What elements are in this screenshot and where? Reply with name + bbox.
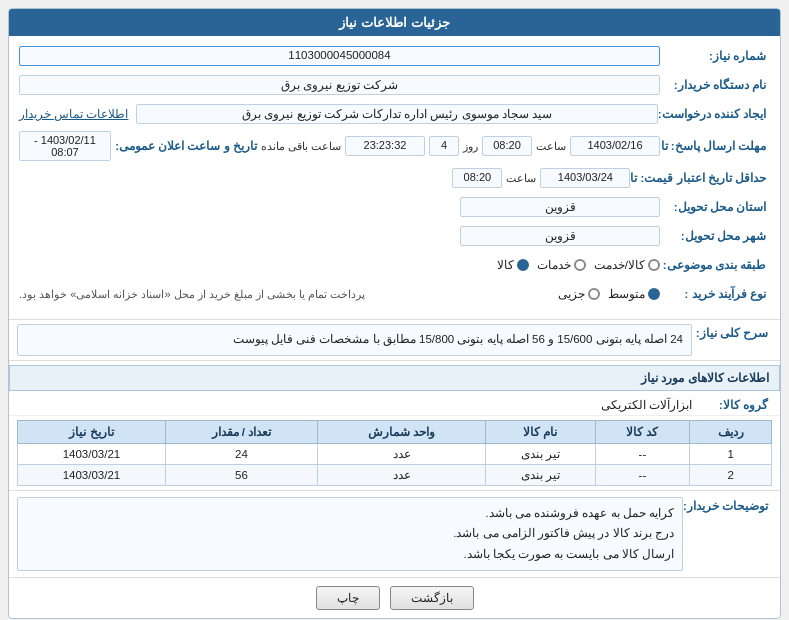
tarikh-saat-label: تاریخ و ساعت اعلان عمومی: [111, 139, 261, 153]
tarikh-saat-value: 1403/02/11 - 08:07 [19, 131, 111, 161]
radio-circle-khadamat [574, 259, 586, 271]
saat1-value: 08:20 [482, 136, 532, 156]
tabaghe-label: طبقه بندی موضوعی: [660, 258, 770, 272]
mohlat-ersal-label: مهلت ارسال پاسخ: تا [660, 139, 770, 153]
table-row: 1--تیر بندیعدد241403/03/21 [18, 443, 772, 464]
ijad-konande-label: ایجاد کننده درخواست: [658, 107, 770, 121]
shmare-niaz-value: 1103000045000084 [19, 46, 660, 66]
radio-kala-khadamat[interactable]: کالا/خدمت [594, 258, 660, 272]
buyer-notes-label: توضیحات خریدار: [683, 497, 772, 513]
footer-buttons: بازگشت چاپ [9, 577, 780, 618]
radio-circle-motavasset [648, 288, 660, 300]
roz-value: 4 [429, 136, 459, 156]
col-tarikh-niaz: تاریخ نیاز [18, 420, 166, 443]
ettelaat-tamas-link[interactable]: اطلاعات تماس خریدار [19, 107, 128, 121]
shahr-label: شهر محل تحویل: [660, 229, 770, 243]
ostan-label: استان محل تحویل: [660, 200, 770, 214]
sarh-koli-value: 24 اصله پایه بتونی 15/600 و 56 اصله پایه… [17, 324, 692, 356]
roz-label: روز [463, 140, 478, 153]
farayand-notice: پرداخت تمام یا بخشی از مبلغ خرید از محل … [19, 288, 365, 301]
radio-circle-jozyi [588, 288, 600, 300]
nam-dastgah-value: شرکت توزیع نیروی برق [19, 75, 660, 95]
etelaat-kalaها-title: اطلاعات کالاهای مورد نیاز [9, 365, 780, 391]
nam-dastgah-label: نام دستگاه خریدار: [660, 78, 770, 92]
radio-kala[interactable]: کالا [497, 258, 529, 272]
farayand-radio-group: متوسط جزیی [377, 287, 660, 301]
radio-khadamat[interactable]: خدمات [537, 258, 586, 272]
haddeaghal-label: حداقل تاریخ اعتبار قیمت: تا [630, 171, 770, 185]
radio-motavasset[interactable]: متوسط [608, 287, 660, 301]
col-nam-kala: نام کالا [486, 420, 595, 443]
radio-circle-kala-khadamat [648, 259, 660, 271]
group-kala-label: گروه کالا: [692, 398, 772, 412]
saat2-value: 08:20 [452, 168, 502, 188]
ijad-konande-value: سید سجاد موسوی رئیس اداره تدارکات شرکت ت… [136, 104, 657, 124]
buyer-note-line: درج برند کالا در پیش فاکتور الزامی می با… [26, 523, 674, 544]
baqi-mande-value: 23:23:32 [345, 136, 425, 156]
col-kod-kala: کد کالا [595, 420, 690, 443]
saat-label2: ساعت [506, 172, 536, 185]
sarh-koli-label: سرح کلی نیاز: [692, 324, 772, 340]
print-button[interactable]: چاپ [316, 586, 380, 610]
radio-jozyi[interactable]: جزیی [558, 287, 600, 301]
saat-label1: ساعت [536, 140, 566, 153]
buyer-notes-box: کرایه حمل به عهده فروشنده می باشد.درج بر… [17, 497, 683, 571]
buyer-note-line: کرایه حمل به عهده فروشنده می باشد. [26, 503, 674, 524]
ostan-value: قزوین [460, 197, 660, 217]
nav-farayand-label: نوع فرآیند خرید : [660, 287, 770, 301]
page-header: جزئیات اطلاعات نیاز [9, 9, 780, 36]
group-kala-value: ابزارآلات الکتریکی [601, 398, 692, 412]
col-tedad: تعداد / مقدار [165, 420, 317, 443]
shmare-niaz-label: شماره نیاز: [660, 49, 770, 63]
radio-circle-kala [517, 259, 529, 271]
col-radif: ردیف [690, 420, 772, 443]
page-title: جزئیات اطلاعات نیاز [339, 15, 449, 30]
baqi-mande-label: ساعت باقی مانده [261, 140, 341, 153]
items-table: ردیف کد کالا نام کالا واحد شمارش تعداد /… [17, 420, 772, 486]
shahr-value: قزوین [460, 226, 660, 246]
buyer-note-line: ارسال کالا می بایست به صورت یکجا باشد. [26, 544, 674, 565]
tabaghe-radio-group: کالا/خدمت خدمات کالا [19, 258, 660, 272]
date1-value: 1403/02/16 [570, 136, 660, 156]
table-row: 2--تیر بندیعدد561403/03/21 [18, 464, 772, 485]
col-vahed: واحد شمارش [318, 420, 486, 443]
date2-value: 1403/03/24 [540, 168, 630, 188]
back-button[interactable]: بازگشت [390, 586, 474, 610]
